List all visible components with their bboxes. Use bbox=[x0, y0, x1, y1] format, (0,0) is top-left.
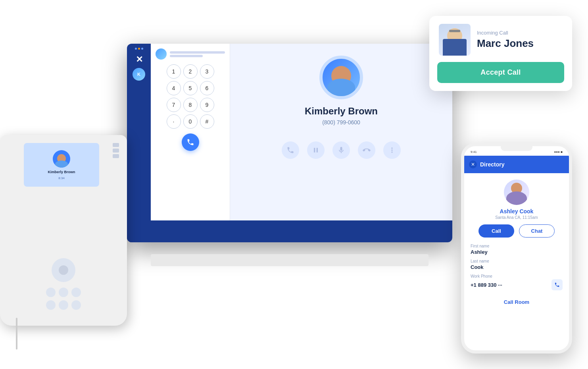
mobile-phone-call-icon[interactable] bbox=[551, 279, 563, 290]
mute-action-icon[interactable] bbox=[332, 141, 350, 159]
phone-dial-5 bbox=[59, 300, 68, 310]
mobile-firstname-value: Ashley bbox=[471, 249, 563, 255]
incoming-call-header: Incoming Call Marc Jones bbox=[429, 16, 572, 62]
app-main: 1 2 3 4 5 6 7 8 9 · 0 # bbox=[151, 44, 452, 242]
hold-action-icon[interactable] bbox=[307, 141, 325, 159]
mobile-header-title: Directory bbox=[480, 161, 504, 168]
phone-cord bbox=[16, 318, 17, 350]
mobile-close-button[interactable]: ✕ bbox=[469, 160, 477, 168]
display-lines bbox=[170, 51, 225, 57]
dial-btn-dot[interactable]: · bbox=[167, 114, 181, 129]
mobile-lastname-label: Last name bbox=[471, 259, 563, 263]
phone-btn-1 bbox=[113, 143, 119, 147]
app-dots bbox=[135, 48, 143, 50]
caller-photo bbox=[439, 24, 471, 56]
contact-avatar bbox=[319, 56, 363, 99]
desktop-monitor: ✕ K 1 2 3 bbox=[127, 44, 452, 254]
phone-buttons-area bbox=[113, 143, 119, 158]
contact-panel: Kimberly Brown (800) 799-0600 bbox=[230, 44, 452, 242]
phone-dial-4 bbox=[46, 300, 56, 310]
sidebar-user-avatar[interactable]: K bbox=[133, 68, 145, 81]
more-action-icon[interactable] bbox=[383, 141, 401, 159]
phone-dial-6 bbox=[71, 300, 81, 310]
monitor-keyboard bbox=[151, 254, 429, 266]
phone-nav-center bbox=[59, 265, 68, 275]
mobile-phone-row: +1 889 330 ··· bbox=[471, 279, 563, 290]
mobile-signal: ●●● ■ bbox=[554, 150, 563, 154]
monitor-bottom-bar bbox=[127, 220, 452, 242]
desk-phone: Kimberly Brown 8:34 bbox=[0, 135, 143, 346]
monitor-frame: ✕ K 1 2 3 bbox=[127, 44, 452, 242]
mobile-action-row: Call Chat bbox=[478, 224, 555, 238]
dot-1 bbox=[135, 48, 137, 50]
phone-dial-2 bbox=[59, 288, 68, 297]
phone-dial-3 bbox=[71, 288, 81, 297]
dial-btn-9[interactable]: 9 bbox=[200, 98, 214, 112]
phone-btn-2 bbox=[113, 149, 119, 153]
dialpad-panel: 1 2 3 4 5 6 7 8 9 · 0 # bbox=[151, 44, 230, 242]
dial-btn-4[interactable]: 4 bbox=[167, 81, 181, 95]
phone-nav-ring[interactable] bbox=[52, 258, 75, 282]
app-logo: ✕ bbox=[136, 54, 142, 65]
phone-screen-time: 8:34 bbox=[58, 176, 65, 180]
mobile-header: ✕ Directory bbox=[464, 156, 569, 173]
dot-2 bbox=[138, 48, 140, 50]
dial-btn-hash[interactable]: # bbox=[200, 114, 214, 129]
display-line-2 bbox=[170, 55, 203, 57]
mobile-firstname-group: First name Ashley bbox=[471, 244, 563, 255]
call-button[interactable] bbox=[182, 133, 199, 151]
dial-btn-6[interactable]: 6 bbox=[200, 81, 214, 95]
action-icons bbox=[282, 141, 401, 159]
phone-btn-3 bbox=[113, 154, 119, 158]
mobile-firstname-label: First name bbox=[471, 244, 563, 248]
accept-call-button[interactable]: Accept Call bbox=[437, 62, 564, 83]
dialpad-display bbox=[156, 48, 225, 60]
mobile-call-button[interactable]: Call bbox=[478, 224, 514, 238]
mobile-time: 9:41 bbox=[471, 150, 477, 154]
incoming-call-info: Incoming Call Marc Jones bbox=[477, 30, 563, 50]
dial-btn-3[interactable]: 3 bbox=[200, 64, 214, 79]
dialpad-grid[interactable]: 1 2 3 4 5 6 7 8 9 · 0 # bbox=[167, 64, 214, 129]
phone-dial-area bbox=[46, 288, 81, 310]
dial-btn-2[interactable]: 2 bbox=[183, 64, 198, 79]
phone-body: Kimberly Brown 8:34 bbox=[0, 135, 127, 326]
dial-btn-8[interactable]: 8 bbox=[183, 98, 198, 112]
mobile-contact-avatar bbox=[504, 180, 529, 205]
phone-screen-name: Kimberly Brown bbox=[48, 170, 75, 174]
mobile-notch bbox=[501, 146, 532, 151]
monitor-screen: ✕ K 1 2 3 bbox=[127, 44, 452, 242]
caller-name: Marc Jones bbox=[477, 37, 563, 50]
mobile-contact-location: Santa Ana CA, 11:15am bbox=[495, 215, 538, 220]
dial-btn-7[interactable]: 7 bbox=[167, 98, 181, 112]
mobile-lastname-group: Last name Cook bbox=[471, 259, 563, 270]
mobile-workphone-group: Work Phone +1 889 330 ··· bbox=[471, 274, 563, 290]
mobile-frame: 9:41 ●●● ■ ✕ Directory Ashley Cook Santa… bbox=[461, 143, 572, 354]
end-action-icon[interactable] bbox=[358, 141, 375, 159]
incoming-call-label: Incoming Call bbox=[477, 30, 563, 36]
contact-phone: (800) 799-0600 bbox=[322, 119, 360, 126]
mobile-lastname-value: Cook bbox=[471, 264, 563, 270]
mobile-content: Ashley Cook Santa Ana CA, 11:15am Call C… bbox=[464, 173, 569, 311]
dial-btn-0[interactable]: 0 bbox=[183, 114, 198, 129]
dial-btn-5[interactable]: 5 bbox=[183, 81, 198, 95]
phone-dial-1 bbox=[46, 288, 56, 297]
mobile-chat-button[interactable]: Chat bbox=[519, 224, 555, 238]
mobile-workphone-label: Work Phone bbox=[471, 274, 563, 278]
dialpad-avatar bbox=[156, 48, 167, 60]
phone-screen-area: Kimberly Brown 8:34 bbox=[24, 143, 99, 187]
mobile-call-room-button[interactable]: Call Room bbox=[504, 299, 529, 305]
incoming-call-card: Incoming Call Marc Jones Accept Call bbox=[429, 16, 572, 91]
contact-name: Kimberly Brown bbox=[305, 106, 378, 117]
phone-screen-avatar bbox=[53, 150, 70, 168]
dot-3 bbox=[141, 48, 143, 50]
mobile-contact-name: Ashley Cook bbox=[500, 208, 534, 214]
mobile-workphone-value: +1 889 330 ··· bbox=[471, 282, 502, 288]
display-line-1 bbox=[170, 51, 225, 54]
dial-btn-1[interactable]: 1 bbox=[167, 64, 181, 79]
call-action-icon[interactable] bbox=[282, 141, 299, 159]
mobile-phone: 9:41 ●●● ■ ✕ Directory Ashley Cook Santa… bbox=[461, 143, 580, 357]
